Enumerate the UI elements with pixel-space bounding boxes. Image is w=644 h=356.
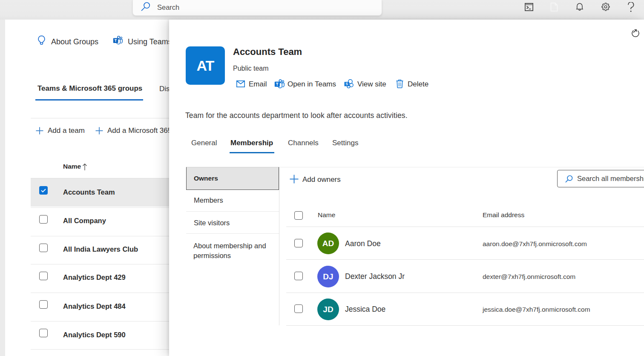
- svg-text:S: S: [345, 82, 348, 86]
